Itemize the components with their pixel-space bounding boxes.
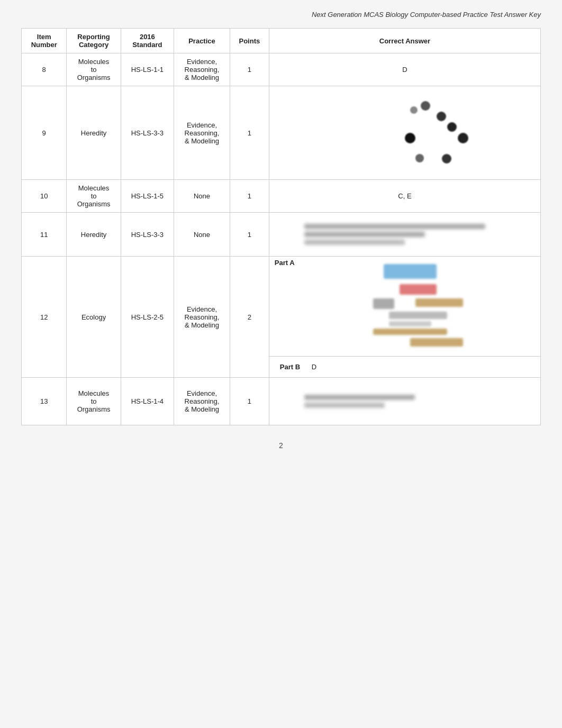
cell-standard: HS-LS-3-3: [121, 86, 174, 180]
cell-points: 1: [230, 180, 269, 213]
cell-practice: Evidence,Reasoning,& Modeling: [174, 257, 230, 378]
table-header-row: ItemNumber ReportingCategory 2016Standar…: [22, 29, 541, 53]
table-row-item-10: 10 MoleculestoOrganisms HS-LS-1-5 None 1…: [22, 180, 541, 213]
answer-value: C, E: [398, 192, 411, 200]
cell-points: 1: [230, 86, 269, 180]
cell-standard: HS-LS-2-5: [121, 257, 174, 378]
cell-standard: HS-LS-1-4: [121, 378, 174, 425]
cell-standard: HS-LS-1-5: [121, 180, 174, 213]
cell-correct-answer: C, E: [269, 180, 540, 213]
cell-item-number: 11: [22, 213, 67, 257]
cell-reporting-category: Heredity: [67, 213, 121, 257]
cell-correct-answer: D: [269, 53, 540, 86]
cell-standard: HS-LS-3-3: [121, 213, 174, 257]
col-reporting-category: ReportingCategory: [67, 29, 121, 53]
col-2016-standard: 2016Standard: [121, 29, 174, 53]
page-number: 2: [279, 441, 283, 450]
col-item-number: ItemNumber: [22, 29, 67, 53]
table-row-item-11: 11 Heredity HS-LS-3-3 None 1: [22, 213, 541, 257]
col-practice: Practice: [174, 29, 230, 53]
answer-key-table: ItemNumber ReportingCategory 2016Standar…: [21, 28, 541, 425]
cell-reporting-category: Ecology: [67, 257, 121, 378]
cell-practice: None: [174, 180, 230, 213]
cell-reporting-category: MoleculestoOrganisms: [67, 53, 121, 86]
cell-item-number: 13: [22, 378, 67, 425]
cell-points: 2: [230, 257, 269, 378]
cell-answer-part-b: Part B D: [269, 357, 540, 378]
cell-correct-answer: [269, 378, 540, 425]
cell-item-number: 12: [22, 257, 67, 378]
table-row-item-8: 8 MoleculestoOrganisms HS-LS-1-1 Evidenc…: [22, 53, 541, 86]
table-row-item-9: 9 Heredity HS-LS-3-3 Evidence,Reasoning,…: [22, 86, 541, 180]
col-correct-answer: Correct Answer: [269, 29, 540, 53]
answer-value: D: [402, 66, 407, 74]
cell-points: 1: [230, 378, 269, 425]
cell-practice: Evidence,Reasoning,& Modeling: [174, 378, 230, 425]
page-header: Next Generation MCAS Biology Computer-ba…: [21, 11, 541, 19]
cell-points: 1: [230, 213, 269, 257]
cell-points: 1: [230, 53, 269, 86]
cell-standard: HS-LS-1-1: [121, 53, 174, 86]
cell-item-number: 9: [22, 86, 67, 180]
table-row-item-13: 13 MoleculestoOrganisms HS-LS-1-4 Eviden…: [22, 378, 541, 425]
page-footer: 2: [21, 441, 541, 450]
cell-answer-part-a: Part A: [269, 257, 540, 357]
cell-reporting-category: MoleculestoOrganisms: [67, 378, 121, 425]
cell-item-number: 10: [22, 180, 67, 213]
cell-reporting-category: MoleculestoOrganisms: [67, 180, 121, 213]
cell-correct-answer: [269, 213, 540, 257]
cell-correct-answer: [269, 86, 540, 180]
cell-practice: Evidence,Reasoning,& Modeling: [174, 86, 230, 180]
cell-reporting-category: Heredity: [67, 86, 121, 180]
table-row-item-12: 12EcologyHS-LS-2-5Evidence,Reasoning,& M…: [22, 257, 541, 357]
cell-practice: None: [174, 213, 230, 257]
header-title: Next Generation MCAS Biology Computer-ba…: [312, 11, 541, 19]
col-points: Points: [230, 29, 269, 53]
cell-item-number: 8: [22, 53, 67, 86]
cell-practice: Evidence,Reasoning,& Modeling: [174, 53, 230, 86]
